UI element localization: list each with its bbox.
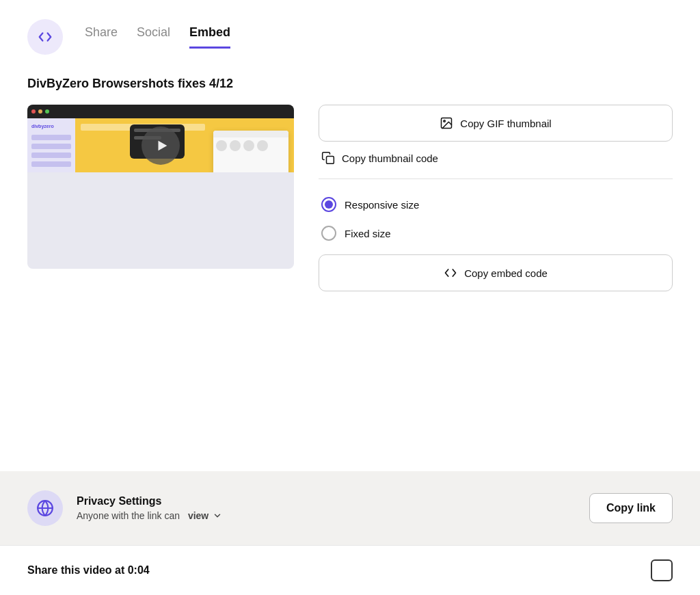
thumb-bw-bar (213, 131, 288, 137)
thumb-topbar (27, 105, 294, 118)
thumb-bw-body (213, 137, 288, 172)
dot-yellow (38, 109, 42, 114)
thumb-bw-dot (243, 140, 254, 151)
thumb-sidebar-item (31, 161, 71, 167)
svg-point-2 (444, 120, 446, 122)
radio-fixed[interactable]: Fixed size (319, 219, 673, 248)
bottom-section: Share this video at 0:04 (0, 545, 700, 595)
globe-icon (36, 499, 54, 517)
thumb-sidebar-item (31, 135, 71, 140)
code-icon (38, 29, 53, 44)
svg-marker-0 (158, 140, 167, 150)
code-embed-icon (444, 266, 457, 280)
image-icon (440, 116, 453, 130)
video-thumbnail: divbyzero (27, 105, 294, 269)
tab-list: Share Social Embed (85, 25, 230, 49)
chevron-icon (213, 511, 222, 520)
svg-rect-3 (327, 157, 334, 164)
radio-responsive-label: Responsive size (345, 199, 419, 211)
video-title: DivByZero Browsershots fixes 4/12 (27, 77, 673, 91)
copy-icon (321, 151, 335, 165)
privacy-icon-wrap (27, 490, 63, 526)
thumb-sidebar: divbyzero (27, 118, 75, 172)
dot-red (31, 109, 36, 114)
copy-embed-button[interactable]: Copy embed code (319, 254, 673, 291)
thumb-bw-dot (216, 140, 227, 151)
divider-1 (319, 178, 673, 179)
thumb-bw-dot (230, 140, 241, 151)
share-time-checkbox[interactable] (651, 559, 673, 581)
privacy-title: Privacy Settings (77, 495, 576, 507)
copy-thumbnail-code-button[interactable]: Copy thumbnail code (319, 142, 673, 174)
main-content: DivByZero Browsershots fixes 4/12 divbyz… (0, 55, 700, 471)
play-button-overlay[interactable] (142, 127, 180, 165)
thumb-sidebar-logo: divbyzero (31, 124, 71, 129)
thumb-sidebar-item (31, 153, 71, 158)
play-icon (154, 138, 170, 153)
content-row: divbyzero (27, 105, 673, 291)
privacy-subtitle-prefix: Anyone with the link can (77, 510, 180, 521)
embed-icon-wrap (27, 19, 63, 55)
tab-social[interactable]: Social (137, 25, 170, 49)
radio-responsive[interactable]: Responsive size (319, 190, 673, 219)
thumb-bw-dot (257, 140, 268, 151)
privacy-text: Privacy Settings Anyone with the link ca… (77, 495, 576, 521)
radio-fixed-label: Fixed size (345, 228, 391, 239)
size-radio-group: Responsive size Fixed size (319, 183, 673, 254)
tab-embed[interactable]: Embed (189, 25, 230, 49)
copy-link-button[interactable]: Copy link (589, 493, 673, 523)
dot-green (45, 109, 49, 114)
thumb-body: divbyzero (27, 118, 294, 172)
chevron-down-icon[interactable] (213, 511, 222, 520)
thumb-main-area (75, 118, 294, 172)
radio-fixed-circle (321, 226, 336, 241)
tabs-area: Share Social Embed (0, 0, 700, 55)
privacy-section: Privacy Settings Anyone with the link ca… (0, 471, 700, 545)
radio-responsive-circle (321, 197, 336, 212)
right-panel: Copy GIF thumbnail Copy thumbnail code R (319, 105, 673, 291)
thumb-sidebar-item (31, 144, 71, 149)
share-time-label: Share this video at 0:04 (27, 564, 150, 577)
copy-gif-button[interactable]: Copy GIF thumbnail (319, 105, 673, 142)
tab-share[interactable]: Share (85, 25, 118, 49)
copy-gif-label: Copy GIF thumbnail (460, 118, 551, 129)
thumb-browser-window (213, 131, 288, 172)
privacy-permission[interactable]: view (188, 510, 208, 521)
modal-container: Share Social Embed DivByZero Browsershot… (0, 0, 700, 595)
copy-embed-label: Copy embed code (464, 267, 548, 279)
copy-thumbnail-code-label: Copy thumbnail code (342, 153, 438, 164)
privacy-subtitle: Anyone with the link can view (77, 510, 576, 521)
